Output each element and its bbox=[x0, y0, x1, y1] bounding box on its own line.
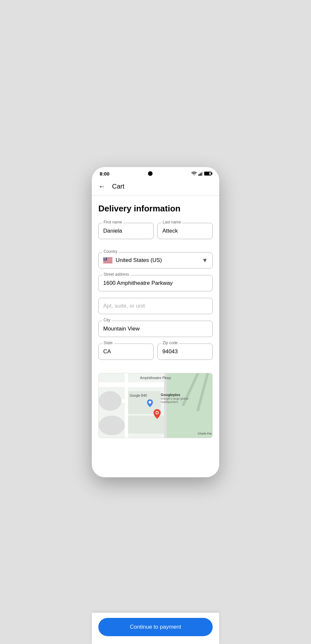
section-title: Delivery information bbox=[98, 204, 213, 214]
svg-point-35 bbox=[106, 259, 106, 260]
map-mockup: Amphitheatre Pkwy Google B40 Googleplex … bbox=[99, 373, 212, 438]
status-dot bbox=[148, 171, 153, 176]
status-bar: 8:00 bbox=[92, 167, 219, 179]
svg-point-15 bbox=[105, 257, 105, 258]
map-googleplex-sub: Google's large global headquarters bbox=[161, 397, 193, 404]
last-name-input[interactable] bbox=[157, 223, 213, 239]
zip-label: Zip code bbox=[161, 341, 179, 345]
svg-point-22 bbox=[105, 258, 106, 258]
country-label: Country bbox=[102, 249, 119, 254]
street-address-input[interactable] bbox=[98, 275, 213, 291]
svg-point-24 bbox=[104, 259, 104, 259]
first-name-input[interactable] bbox=[98, 223, 154, 239]
svg-point-16 bbox=[105, 257, 106, 258]
svg-point-38 bbox=[156, 412, 158, 414]
back-button[interactable]: ← bbox=[97, 182, 107, 192]
map-road-v1 bbox=[125, 373, 128, 438]
last-name-field-wrapper: Last name bbox=[157, 223, 213, 239]
map-container[interactable]: Amphitheatre Pkwy Google B40 Googleplex … bbox=[98, 373, 213, 438]
svg-rect-2 bbox=[201, 173, 202, 176]
svg-point-23 bbox=[106, 258, 106, 258]
svg-point-33 bbox=[105, 259, 105, 260]
first-name-field-wrapper: First name bbox=[98, 223, 154, 239]
city-input[interactable] bbox=[98, 321, 213, 337]
first-name-label: First name bbox=[102, 220, 123, 224]
map-circle-area bbox=[99, 391, 122, 411]
svg-point-25 bbox=[104, 259, 104, 259]
apt-field-wrapper bbox=[98, 298, 213, 314]
svg-rect-9 bbox=[103, 261, 112, 262]
city-field-wrapper: City bbox=[98, 321, 213, 337]
svg-rect-1 bbox=[200, 174, 201, 176]
map-pin-red bbox=[154, 409, 161, 419]
city-label: City bbox=[102, 318, 112, 322]
svg-rect-0 bbox=[198, 174, 199, 176]
svg-point-19 bbox=[104, 258, 104, 258]
svg-point-20 bbox=[105, 258, 105, 258]
map-googleplex-label: Googleplex bbox=[161, 393, 180, 397]
svg-point-14 bbox=[105, 257, 105, 258]
map-road-v2 bbox=[164, 373, 167, 438]
street-address-field-wrapper: Street address bbox=[98, 275, 213, 291]
dropdown-arrow-icon: ▼ bbox=[202, 257, 208, 264]
top-nav: ← Cart bbox=[92, 179, 219, 196]
state-zip-row: State Zip code bbox=[98, 344, 213, 366]
signal-icon bbox=[198, 172, 203, 176]
state-label: State bbox=[102, 341, 114, 345]
svg-point-13 bbox=[104, 257, 104, 258]
name-row: First name Last name bbox=[98, 223, 213, 246]
status-time: 8:00 bbox=[100, 171, 109, 176]
country-value: United States (US) bbox=[116, 257, 162, 264]
svg-point-21 bbox=[105, 258, 105, 258]
svg-point-34 bbox=[105, 259, 106, 260]
svg-rect-3 bbox=[202, 172, 203, 176]
map-circle-area2 bbox=[99, 416, 125, 435]
status-icons bbox=[191, 172, 211, 176]
svg-point-18 bbox=[104, 258, 104, 258]
phone-frame: 8:00 ← Cart bbox=[92, 167, 219, 477]
zip-field-wrapper: Zip code bbox=[157, 344, 213, 360]
svg-point-31 bbox=[104, 259, 104, 260]
svg-point-28 bbox=[105, 259, 106, 259]
street-address-label: Street address bbox=[102, 272, 130, 277]
country-field-wrapper: Country bbox=[98, 252, 213, 268]
map-google-b40-label: Google B40 bbox=[130, 394, 147, 397]
battery-icon bbox=[204, 172, 211, 176]
us-flag-icon bbox=[103, 257, 112, 263]
country-select[interactable]: United States (US) ▼ bbox=[98, 252, 213, 268]
map-pin-blue bbox=[147, 399, 153, 407]
svg-point-17 bbox=[106, 257, 106, 258]
svg-point-29 bbox=[106, 259, 106, 259]
svg-point-36 bbox=[149, 401, 151, 404]
cart-title: Cart bbox=[112, 183, 124, 190]
apt-input[interactable] bbox=[98, 298, 213, 314]
svg-point-27 bbox=[105, 259, 105, 259]
state-input[interactable] bbox=[98, 344, 154, 360]
svg-point-30 bbox=[104, 259, 104, 260]
back-arrow-icon: ← bbox=[98, 183, 106, 190]
svg-point-32 bbox=[105, 259, 105, 260]
svg-point-26 bbox=[105, 259, 105, 259]
map-charle-label: Charle Par bbox=[198, 432, 212, 435]
zip-input[interactable] bbox=[157, 344, 213, 360]
svg-point-12 bbox=[104, 257, 104, 258]
scroll-content: Delivery information First name Last nam… bbox=[92, 196, 219, 477]
state-field-wrapper: State bbox=[98, 344, 154, 360]
svg-rect-8 bbox=[103, 260, 112, 261]
svg-rect-10 bbox=[103, 262, 112, 263]
last-name-label: Last name bbox=[161, 220, 182, 224]
wifi-icon bbox=[191, 172, 197, 176]
map-amphitheatre-label: Amphitheatre Pkwy bbox=[140, 376, 171, 380]
